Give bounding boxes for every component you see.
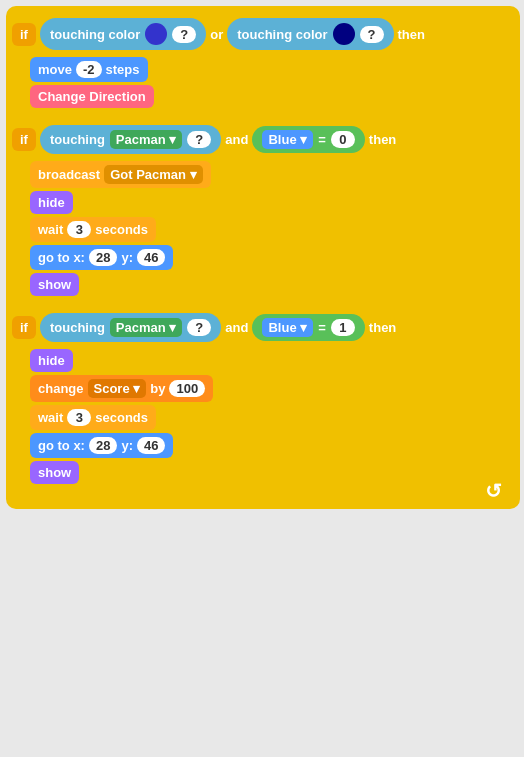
refresh-icon[interactable]: ↺ — [485, 479, 502, 503]
touching-color-block-1[interactable]: touching color ? — [40, 18, 206, 50]
and-label-3: and — [225, 320, 248, 335]
goto-x-label-2: go to x: — [38, 250, 85, 265]
question-mark-2: ? — [360, 26, 384, 43]
pacman-dropdown-3[interactable]: Pacman — [110, 318, 183, 337]
move-value[interactable]: -2 — [76, 61, 102, 78]
broadcast-label: broadcast — [38, 167, 100, 182]
x-value-3[interactable]: 28 — [89, 437, 117, 454]
wait-label-3: wait — [38, 410, 63, 425]
blue-value-3[interactable]: 1 — [331, 319, 355, 336]
seconds-label-3: seconds — [95, 410, 148, 425]
change-direction-block[interactable]: Change Direction — [30, 85, 154, 108]
broadcast-block[interactable]: broadcast Got Pacman — [30, 161, 211, 188]
wait-value-3[interactable]: 3 — [67, 409, 91, 426]
touching-label-3: touching — [50, 320, 105, 335]
goto-block-3[interactable]: go to x: 28 y: 46 — [30, 433, 173, 458]
blue-dropdown-2[interactable]: Blue — [262, 130, 313, 149]
color-dot-1 — [145, 23, 167, 45]
wait-label-2: wait — [38, 222, 63, 237]
question-mark-1: ? — [172, 26, 196, 43]
question-3: ? — [187, 131, 211, 148]
move-block[interactable]: move -2 steps — [30, 57, 148, 82]
y-label-3: y: — [121, 438, 133, 453]
score-value[interactable]: 100 — [169, 380, 205, 397]
hide-block-2[interactable]: hide — [30, 191, 73, 214]
eq-label-3: = — [318, 320, 326, 335]
touching-color-block-2[interactable]: touching color ? — [227, 18, 393, 50]
blue-eq-block-3[interactable]: Blue = 1 — [252, 314, 364, 341]
steps-label: steps — [106, 62, 140, 77]
y-label-2: y: — [121, 250, 133, 265]
seconds-label-2: seconds — [95, 222, 148, 237]
y-value-2[interactable]: 46 — [137, 249, 165, 266]
block2-if-section: if touching Pacman ? and Blue = 0 then — [12, 121, 514, 296]
change-score-block[interactable]: change Score by 100 — [30, 375, 213, 402]
change-label-3: change — [38, 381, 84, 396]
eq-label-2: = — [318, 132, 326, 147]
score-dropdown[interactable]: Score — [88, 379, 147, 398]
blue-value-2[interactable]: 0 — [331, 131, 355, 148]
touching-pacman-block-3[interactable]: touching Pacman ? — [40, 313, 221, 342]
wait-block-3[interactable]: wait 3 seconds — [30, 405, 156, 430]
touching-pacman-block[interactable]: touching Pacman ? — [40, 125, 221, 154]
by-label-3: by — [150, 381, 165, 396]
touching-color-label-2: touching color — [237, 27, 327, 42]
block1-if-section: if touching color ? or touching color ? … — [12, 14, 514, 108]
if-keyword-3: if — [12, 316, 36, 339]
show-block-3[interactable]: show — [30, 461, 79, 484]
wait-value-2[interactable]: 3 — [67, 221, 91, 238]
touching-color-label-1: touching color — [50, 27, 140, 42]
then-label-2: then — [369, 132, 396, 147]
or-label-1: or — [210, 27, 223, 42]
blue-eq-block-2[interactable]: Blue = 0 — [252, 126, 364, 153]
pacman-dropdown[interactable]: Pacman — [110, 130, 183, 149]
move-label: move — [38, 62, 72, 77]
question-4: ? — [187, 319, 211, 336]
wait-block-2[interactable]: wait 3 seconds — [30, 217, 156, 242]
y-value-3[interactable]: 46 — [137, 437, 165, 454]
and-label-2: and — [225, 132, 248, 147]
show-block-2[interactable]: show — [30, 273, 79, 296]
then-label-1: then — [398, 27, 425, 42]
color-dot-2 — [333, 23, 355, 45]
touching-label-2: touching — [50, 132, 105, 147]
x-value-2[interactable]: 28 — [89, 249, 117, 266]
hide-block-3[interactable]: hide — [30, 349, 73, 372]
goto-block-2[interactable]: go to x: 28 y: 46 — [30, 245, 173, 270]
if-keyword-1: if — [12, 23, 36, 46]
block3-if-section: if touching Pacman ? and Blue = 1 then — [12, 309, 514, 484]
goto-x-label-3: go to x: — [38, 438, 85, 453]
blue-dropdown-3[interactable]: Blue — [262, 318, 313, 337]
if-keyword-2: if — [12, 128, 36, 151]
got-pacman-dropdown[interactable]: Got Pacman — [104, 165, 202, 184]
then-label-3: then — [369, 320, 396, 335]
